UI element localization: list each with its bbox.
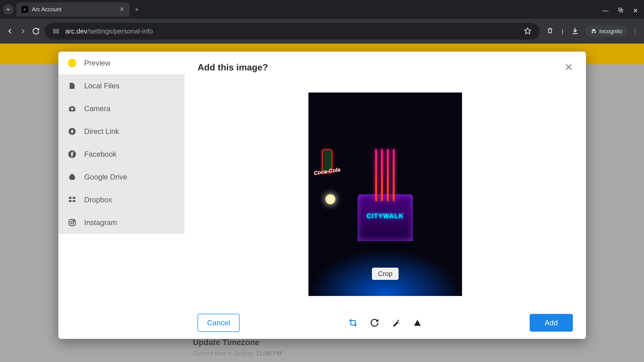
sidebar-item-local-files[interactable]: Local Files: [58, 74, 184, 97]
close-tab-button[interactable]: ✕: [119, 6, 124, 13]
sidebar-label: Preview: [84, 59, 110, 67]
tab-bar: ✓ Arc Account ✕ + — ✕: [0, 0, 644, 19]
edit-tools: [348, 318, 422, 328]
tab-search-button[interactable]: [3, 4, 14, 14]
modal-actions: Cancel Add: [198, 314, 573, 332]
bookmark-button[interactable]: [524, 27, 531, 35]
incognito-indicator[interactable]: Incognito: [586, 26, 628, 37]
image-preview-area: Coca-Cola CITYWALK Crop: [198, 81, 573, 307]
sidebar-item-dropbox[interactable]: Dropbox: [58, 188, 184, 211]
citywalk-sign-text: CITYWALK: [366, 213, 404, 220]
browser-chrome: ✓ Arc Account ✕ + — ✕ arc.dev/sett: [0, 0, 644, 43]
downloads-button[interactable]: [571, 27, 579, 35]
crop-tool-button[interactable]: [348, 318, 358, 328]
sidebar-item-facebook[interactable]: Facebook: [58, 143, 184, 166]
modal-sidebar: Preview Local Files Camera Direct Link F…: [58, 52, 184, 339]
link-icon: [68, 127, 76, 136]
rotate-tool-button[interactable]: [370, 318, 380, 328]
facebook-icon: [68, 150, 76, 158]
svg-point-10: [74, 220, 74, 221]
sidebar-label: Direct Link: [84, 127, 119, 136]
sidebar-label: Camera: [84, 104, 110, 113]
google-drive-icon: [68, 173, 76, 181]
modal-header: Add this image? ✕: [198, 61, 573, 73]
address-bar[interactable]: arc.dev/settings/personal-info: [45, 23, 540, 39]
svg-point-5: [71, 108, 74, 110]
upload-modal: Preview Local Files Camera Direct Link F…: [58, 52, 586, 339]
modal-close-button[interactable]: ✕: [564, 61, 573, 73]
incognito-icon: [590, 28, 597, 34]
sidebar-item-google-drive[interactable]: Google Drive: [58, 166, 184, 188]
sharpen-tool-button[interactable]: [412, 318, 422, 328]
svg-point-9: [71, 221, 74, 224]
forward-button[interactable]: [19, 27, 27, 35]
crop-icon: [348, 318, 358, 327]
sidebar-label: Dropbox: [84, 196, 112, 204]
timezone-heading: Update Timezone: [193, 338, 282, 347]
sidebar-label: Facebook: [84, 150, 116, 158]
preview-dot-icon: [68, 59, 76, 67]
separator: |: [562, 28, 563, 34]
window-controls: — ✕: [602, 7, 638, 14]
svg-rect-3: [54, 32, 58, 33]
site-favicon: ✓: [22, 6, 28, 13]
timezone-subtext: Current time in Beijing: 11:08 PM: [193, 350, 282, 357]
sidebar-item-instagram[interactable]: Instagram: [58, 211, 184, 234]
add-button[interactable]: Add: [530, 314, 573, 332]
svg-rect-2: [54, 29, 58, 30]
site-info-button[interactable]: [52, 27, 60, 35]
tab-title: Arc Account: [32, 6, 116, 12]
sidebar-label: Instagram: [84, 218, 117, 227]
new-tab-button[interactable]: +: [135, 5, 139, 13]
instagram-icon: [68, 218, 76, 227]
incognito-label: Incognito: [599, 28, 622, 34]
maximize-button[interactable]: [618, 7, 623, 14]
enhance-tool-button[interactable]: [391, 318, 401, 328]
uploaded-image: Coca-Cola CITYWALK: [308, 92, 462, 296]
sidebar-item-camera[interactable]: Camera: [58, 97, 184, 120]
file-icon: [68, 81, 76, 90]
navigation-bar: arc.dev/settings/personal-info | Incogni…: [0, 19, 644, 43]
cancel-button[interactable]: Cancel: [198, 314, 240, 332]
modal-main: Add this image? ✕ Coca-Cola CITYWALK: [184, 52, 586, 339]
rotate-icon: [370, 318, 379, 327]
sidebar-item-direct-link[interactable]: Direct Link: [58, 120, 184, 143]
camera-icon: [68, 105, 76, 112]
chevron-down-icon: [5, 6, 11, 12]
url-text: arc.dev/settings/personal-info: [65, 27, 518, 35]
extensions-button[interactable]: [546, 27, 554, 35]
browser-menu-button[interactable]: ⋮: [632, 28, 638, 34]
sidebar-item-preview[interactable]: Preview: [58, 52, 184, 74]
sidebar-label: Google Drive: [84, 173, 127, 181]
svg-marker-4: [524, 28, 531, 34]
close-window-button[interactable]: ✕: [633, 7, 638, 14]
crop-tooltip: Crop: [372, 268, 399, 280]
sidebar-label: Local Files: [84, 82, 120, 90]
dropbox-icon: [68, 196, 76, 204]
triangle-icon: [414, 319, 422, 327]
background-content: Update Timezone Current time in Beijing:…: [193, 338, 282, 357]
modal-title: Add this image?: [198, 62, 268, 72]
browser-tab[interactable]: ✓ Arc Account ✕: [16, 2, 130, 16]
minimize-button[interactable]: —: [602, 7, 608, 14]
reload-button[interactable]: [32, 27, 40, 35]
back-button[interactable]: [6, 27, 14, 35]
magic-wand-icon: [392, 318, 400, 327]
